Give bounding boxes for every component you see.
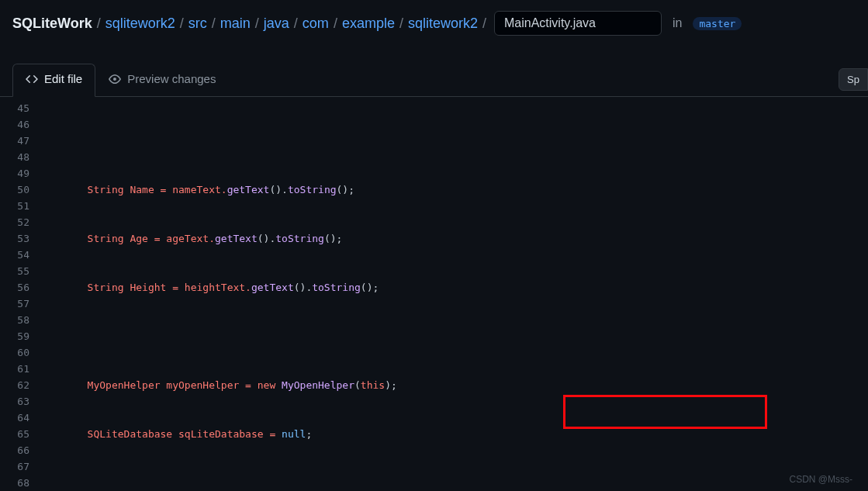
line-number: 61 (0, 361, 29, 377)
tab-preview-changes[interactable]: Preview changes (95, 64, 229, 96)
line-number: 53 (0, 230, 29, 247)
line-number: 63 (0, 393, 29, 410)
line-number: 60 (0, 344, 29, 361)
breadcrumb-link[interactable]: sqlitework2 (408, 16, 478, 32)
line-number: 51 (0, 198, 29, 214)
eye-icon (109, 73, 121, 85)
line-number: 50 (0, 182, 29, 198)
line-number: 45 (0, 100, 29, 116)
code-icon (26, 73, 38, 85)
right-action-button[interactable]: Sp (839, 68, 868, 91)
line-number: 68 (0, 475, 29, 491)
line-number: 67 (0, 458, 29, 475)
line-number: 59 (0, 328, 29, 344)
in-label: in (673, 16, 682, 30)
breadcrumb-link[interactable]: src (188, 16, 207, 32)
line-number: 62 (0, 377, 29, 393)
line-number: 57 (0, 296, 29, 312)
line-number: 55 (0, 263, 29, 279)
line-number: 65 (0, 426, 29, 442)
tab-label: Edit file (44, 72, 82, 85)
line-number: 46 (0, 116, 29, 133)
tab-label: Preview changes (127, 72, 216, 85)
tabs-row: Edit file Preview changes Sp (0, 64, 868, 97)
line-number: 66 (0, 442, 29, 458)
breadcrumb-link[interactable]: example (342, 16, 395, 32)
line-gutter: 4546474849505152535455565758596061626364… (0, 97, 39, 491)
watermark: CSDN @Msss- (789, 474, 852, 485)
line-number: 48 (0, 149, 29, 165)
line-number: 47 (0, 133, 29, 149)
breadcrumb-link[interactable]: main (220, 16, 251, 32)
line-number: 64 (0, 410, 29, 426)
breadcrumb-link[interactable]: java (264, 16, 289, 32)
line-number: 58 (0, 312, 29, 328)
line-number: 49 (0, 165, 29, 182)
filename-input[interactable] (494, 11, 662, 36)
breadcrumb-root[interactable]: SQLiteWork (12, 16, 92, 32)
code-lines[interactable]: String Name = nameText.getText().toStrin… (39, 97, 868, 491)
line-number: 56 (0, 279, 29, 296)
breadcrumb-link[interactable]: com (303, 16, 329, 32)
branch-badge: master (693, 17, 742, 30)
breadcrumb-link[interactable]: sqlitework2 (105, 16, 175, 32)
breadcrumb-sep: / (97, 16, 101, 32)
breadcrumb: SQLiteWork / sqlitework2 / src / main / … (0, 0, 868, 48)
line-number: 54 (0, 247, 29, 263)
annotation-highlight-box (563, 395, 767, 429)
line-number: 52 (0, 214, 29, 230)
tab-edit-file[interactable]: Edit file (12, 64, 95, 97)
code-editor[interactable]: 4546474849505152535455565758596061626364… (0, 97, 868, 491)
